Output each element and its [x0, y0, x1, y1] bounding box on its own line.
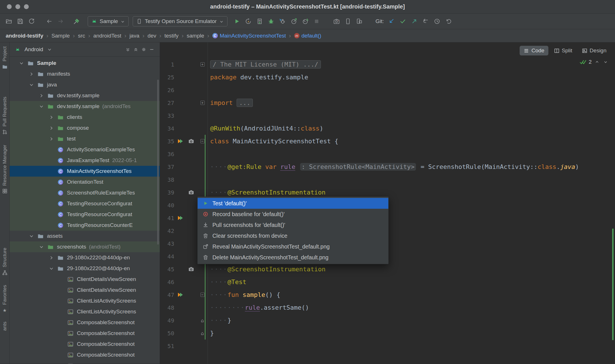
- git-commit-button[interactable]: [398, 16, 408, 26]
- tree-item-compose[interactable]: compose: [10, 123, 160, 133]
- build-hammer-button[interactable]: [72, 16, 81, 26]
- device-manager-button[interactable]: [343, 16, 353, 26]
- menu-item-record-baseline-for-default[interactable]: Record baseline for 'default()': [198, 209, 388, 220]
- tree-item-composablescreenshot[interactable]: ComposableScreenshot: [10, 349, 160, 360]
- code-view-button[interactable]: Code: [520, 46, 548, 55]
- tree-item-orientationtest[interactable]: COrientationTest: [10, 177, 160, 187]
- attach-debugger-button[interactable]: [278, 16, 287, 26]
- sync-button[interactable]: [27, 16, 36, 26]
- screenshot-gutter-icon[interactable]: [186, 189, 196, 195]
- tree-item-test[interactable]: test: [10, 133, 160, 144]
- tree-item-java[interactable]: java: [10, 79, 160, 90]
- screenshot-gutter-icon[interactable]: [186, 138, 196, 144]
- breadcrumb-item-src[interactable]: src: [78, 33, 85, 39]
- menu-item-clear-screenshots-from-device[interactable]: Clear screenshots from device: [198, 230, 388, 241]
- tree-item-testingresourcescountere[interactable]: CTestingResourcesCounterE: [10, 220, 160, 231]
- chevron-down-icon[interactable]: [26, 233, 36, 239]
- tree-item-screenshotruleexampletes[interactable]: CScreenshotRuleExampleTes: [10, 187, 160, 198]
- back-button[interactable]: [44, 16, 54, 26]
- apply-changes-button[interactable]: [243, 16, 253, 26]
- history-button[interactable]: [432, 16, 442, 26]
- breadcrumb-item-sample[interactable]: Sample: [52, 33, 70, 39]
- tree-item-clientdetailsviewscreen[interactable]: ClientDetailsViewScreen: [10, 285, 160, 295]
- tree-item-29-1080x2220-440dp-en[interactable]: 29-1080x2220@440dp-en: [10, 263, 160, 274]
- open-project-button[interactable]: [4, 16, 14, 26]
- undo-button[interactable]: [444, 16, 453, 26]
- git-push-button[interactable]: [409, 16, 419, 26]
- debug-button[interactable]: [266, 16, 276, 26]
- breadcrumb-item-java[interactable]: java: [130, 33, 140, 39]
- tree-item-composeactivityscreens[interactable]: ComposeActivityScreens: [10, 360, 160, 364]
- tree-item-sample[interactable]: Sample: [10, 58, 160, 69]
- apply-code-changes-button[interactable]: [255, 16, 265, 26]
- settings-gear-icon[interactable]: [140, 46, 148, 53]
- stop-button[interactable]: [312, 16, 321, 26]
- tool-window-button-structure[interactable]: Structure: [2, 248, 8, 275]
- tree-item-composablescreenshot[interactable]: ComposableScreenshot: [10, 328, 160, 339]
- tree-item-activityscenarioexampletes[interactable]: CActivityScenarioExampleTes: [10, 144, 160, 155]
- forward-button[interactable]: [56, 16, 65, 26]
- chevron-down-icon[interactable]: [46, 265, 56, 272]
- menu-item-pull-screenshots-for-default[interactable]: Pull screenshots for 'default()': [198, 220, 388, 230]
- split-view-button[interactable]: Split: [550, 46, 576, 55]
- chevron-down-icon[interactable]: [36, 103, 46, 109]
- breadcrumb-item-method[interactable]: mdefault(): [294, 33, 321, 39]
- menu-item-reveal-mainactivityscreenshottest-default-png[interactable]: Reveal MainActivityScreenshotTest_defaul…: [198, 241, 388, 252]
- project-view-selector[interactable]: Android: [24, 46, 43, 53]
- tree-item-clientdetailsviewscreen[interactable]: ClientDetailsViewScreen: [10, 274, 160, 285]
- tool-window-button-project[interactable]: Project: [2, 46, 8, 69]
- device-select[interactable]: Testify Open Source Emulator: [133, 16, 227, 26]
- git-update-button[interactable]: [387, 16, 396, 26]
- chevron-right-icon[interactable]: [46, 125, 56, 131]
- chevron-down-icon[interactable]: [17, 60, 26, 66]
- breadcrumb-item-dev[interactable]: dev: [147, 33, 156, 39]
- chevron-right-icon[interactable]: [46, 136, 56, 142]
- collapse-all-icon[interactable]: [132, 46, 140, 53]
- breadcrumb-item-class[interactable]: CMainActivityScreenshotTest: [212, 33, 286, 39]
- profiler-button[interactable]: [289, 16, 299, 26]
- tool-window-button-pull-requests[interactable]: Pull Requests: [2, 97, 8, 135]
- run-test-gutter-icon[interactable]: [174, 292, 186, 298]
- tool-window-button-ants[interactable]: ants: [2, 322, 8, 331]
- chevron-down-icon[interactable]: [36, 244, 46, 250]
- chevron-down-icon[interactable]: [26, 82, 36, 88]
- tree-item-composablescreenshot[interactable]: ComposableScreenshot: [10, 339, 160, 349]
- chevron-right-icon[interactable]: [46, 255, 56, 261]
- chevron-right-icon[interactable]: [36, 92, 46, 99]
- expand-all-icon[interactable]: [124, 46, 132, 53]
- menu-item-delete-mainactivityscreenshottest-default-png[interactable]: Delete MainActivityScreenshotTest_defaul…: [198, 252, 388, 263]
- tree-item-manifests[interactable]: manifests: [10, 69, 160, 79]
- tree-item-testingresourceconfigurat[interactable]: CTestingResourceConfigurat: [10, 209, 160, 220]
- tree-item-testingresourceconfigurat[interactable]: CTestingResourceConfigurat: [10, 198, 160, 209]
- save-all-button[interactable]: [15, 16, 25, 26]
- tree-item-dev-testify-sample[interactable]: dev.testify.sample: [10, 90, 160, 101]
- tree-item-clientlistactivityscreens[interactable]: ClientListActivityScreens: [10, 295, 160, 306]
- tree-item-clientlistactivityscreens[interactable]: ClientListActivityScreens: [10, 306, 160, 317]
- chevron-right-icon[interactable]: [26, 71, 36, 77]
- tree-item-mainactivityscreenshottes[interactable]: CMainActivityScreenshotTes: [10, 166, 160, 177]
- layout-inspector-button[interactable]: [354, 16, 364, 26]
- tool-window-button-favorites[interactable]: Favorites★: [2, 285, 8, 313]
- tool-window-button-resource-manager[interactable]: Resource Manager: [2, 145, 8, 194]
- tree-item-javaexampletest[interactable]: CJavaExampleTest2022-05-1: [10, 155, 160, 166]
- previous-occurrence-icon[interactable]: [594, 59, 600, 65]
- fold-plus-icon[interactable]: +: [198, 101, 207, 105]
- chevron-down-icon[interactable]: [46, 46, 54, 53]
- breadcrumb-item-sample[interactable]: sample: [187, 33, 204, 39]
- menu-item-test-default[interactable]: Test 'default()': [198, 198, 388, 209]
- hide-panel-icon[interactable]: [148, 46, 156, 53]
- fold-plus-icon[interactable]: +: [198, 62, 207, 67]
- chevron-right-icon[interactable]: [46, 114, 56, 120]
- run-config-select[interactable]: Sample: [88, 16, 129, 26]
- tree-item-screenshots[interactable]: screenshots(androidTest): [10, 241, 160, 252]
- profile-rerun-button[interactable]: [300, 16, 310, 26]
- tree-item-composablescreenshot[interactable]: ComposableScreenshot: [10, 317, 160, 328]
- git-rollback-button[interactable]: [421, 16, 430, 26]
- run-test-gutter-icon[interactable]: [174, 138, 186, 144]
- design-view-button[interactable]: Design: [578, 46, 610, 55]
- screenshot-gutter-icon[interactable]: [186, 266, 196, 272]
- tree-item-clients[interactable]: clients: [10, 112, 160, 123]
- run-button[interactable]: [232, 16, 242, 26]
- breadcrumb-item-testify[interactable]: testify: [164, 33, 179, 39]
- tree-item-dev-testify-sample[interactable]: dev.testify.sample(androidTes: [10, 101, 160, 112]
